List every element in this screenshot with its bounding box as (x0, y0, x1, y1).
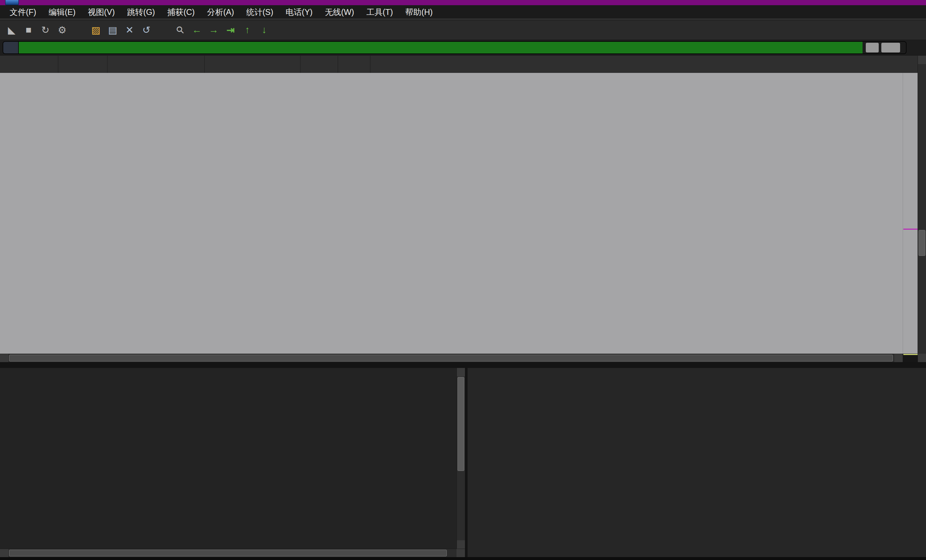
column-header-time[interactable] (58, 56, 107, 73)
find-packet-button[interactable]: ⚲ (169, 18, 192, 41)
menu-item[interactable]: 电话(Y) (286, 7, 312, 18)
packet-list-hscrollbar[interactable] (0, 354, 903, 362)
scroll-left-icon[interactable] (0, 549, 8, 557)
capture-start-button[interactable]: ◣ (3, 22, 20, 38)
menu-item[interactable]: 视图(V) (88, 7, 115, 18)
scroll-up-icon[interactable] (457, 368, 465, 376)
detail-vscrollbar[interactable] (457, 368, 465, 549)
column-header-no[interactable] (0, 56, 58, 73)
filter-value[interactable] (19, 42, 862, 53)
packet-list-vscrollbar[interactable] (918, 56, 926, 362)
menu-item[interactable]: 跳转(G) (127, 7, 155, 18)
packet-bytes-pane (468, 368, 926, 557)
display-filter-input[interactable] (3, 41, 906, 54)
hscroll-thumb[interactable] (9, 355, 893, 362)
go-to-packet-button[interactable]: ⇥ (222, 22, 239, 38)
wireshark-window: 文件(F) 编辑(E) 视图(V) 跳转(G) 捕获(C) 分析(A) 统计(S… (0, 0, 926, 560)
filter-add-button[interactable] (908, 41, 924, 54)
column-header-length[interactable] (338, 56, 371, 73)
menu-item[interactable]: 文件(F) (10, 7, 36, 18)
close-file-button[interactable]: ✕ (121, 22, 138, 38)
column-header-source[interactable] (107, 56, 204, 73)
titlebar (0, 0, 926, 5)
menu-item[interactable]: 工具(T) (366, 7, 393, 18)
column-header-destination[interactable] (204, 56, 301, 73)
window-bottom-edge (0, 557, 926, 560)
packet-list-header (0, 56, 918, 73)
menu-item[interactable]: 无线(W) (325, 7, 354, 18)
column-end-line (903, 73, 903, 354)
filter-controls (862, 42, 906, 53)
detail-hscrollbar[interactable] (0, 549, 465, 557)
column-header-protocol[interactable] (301, 56, 338, 73)
toolbar-gap[interactable] (71, 22, 88, 38)
vscroll-thumb[interactable] (918, 230, 925, 256)
reload-file-button[interactable]: ↺ (138, 22, 155, 38)
capture-options-button[interactable]: ⚙ (54, 22, 71, 38)
go-back-button[interactable]: ← (188, 22, 205, 38)
capture-stop-button[interactable]: ■ (20, 22, 37, 38)
go-forward-button[interactable]: → (205, 22, 222, 38)
column-header-info[interactable] (371, 56, 903, 73)
scroll-right-icon[interactable] (457, 549, 465, 557)
menu-item[interactable]: 捕获(C) (167, 7, 195, 18)
menubar: 文件(F) 编辑(E) 视图(V) 跳转(G) 捕获(C) 分析(A) 统计(S… (0, 5, 926, 20)
scroll-up-icon[interactable] (918, 56, 926, 64)
menu-item[interactable]: 编辑(E) (48, 7, 76, 18)
hscroll-thumb[interactable] (9, 549, 447, 557)
main-toolbar: ◣ ■ ↻ ⚙ ▨ ▤ ✕ ↺ ⚲ ← → ⇥ ↑ ↓ (0, 20, 926, 39)
pane-splitter[interactable] (0, 362, 926, 368)
save-file-button[interactable]: ▤ (104, 22, 121, 38)
scroll-down-icon[interactable] (457, 540, 465, 549)
vscroll-thumb[interactable] (457, 377, 464, 471)
open-file-button[interactable]: ▨ (88, 22, 104, 38)
capture-restart-button[interactable]: ↻ (37, 22, 54, 38)
go-to-top-button[interactable]: ↑ (239, 22, 256, 38)
packet-list-background (0, 73, 918, 354)
filter-bookmark-icon[interactable] (3, 42, 19, 53)
menu-item[interactable]: 统计(S) (247, 7, 273, 18)
wireshark-app-icon (5, 0, 19, 5)
filter-apply-icon[interactable] (881, 43, 900, 53)
menu-item[interactable]: 帮助(H) (406, 7, 433, 18)
scroll-down-icon[interactable] (918, 354, 926, 362)
menu-item[interactable]: 分析(A) (207, 7, 234, 18)
scroll-left-icon[interactable] (0, 354, 8, 362)
display-filter-bar (0, 39, 926, 56)
scroll-right-icon[interactable] (894, 354, 903, 362)
packet-detail-pane (0, 368, 457, 549)
bytes-pane-splitter[interactable] (465, 368, 468, 560)
filter-clear-icon[interactable] (866, 43, 879, 53)
go-to-bottom-button[interactable]: ↓ (256, 22, 272, 38)
